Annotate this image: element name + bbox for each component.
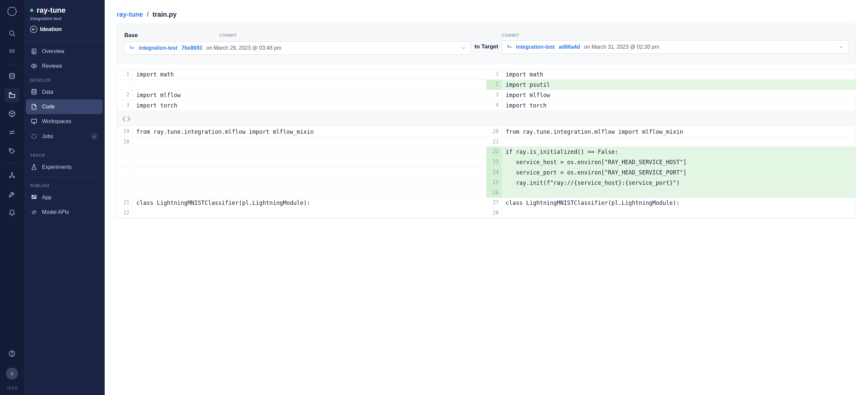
diff-row: 3import torch4import torch xyxy=(117,101,856,111)
status-dot-icon xyxy=(30,9,33,12)
breadcrumb: ray-tune / train.py xyxy=(105,0,868,24)
cluster-icon[interactable] xyxy=(5,168,19,183)
sidebar-item-label: Workspaces xyxy=(42,118,71,124)
database-icon[interactable] xyxy=(5,69,19,84)
sidebar-item-jobs[interactable]: Jobs + xyxy=(26,129,103,144)
code-right xyxy=(502,137,856,146)
diff-row: 26 xyxy=(117,188,856,198)
diff-row: 25 ray.init(f"ray://{service_host}:{serv… xyxy=(117,178,856,188)
sidebar-item-workspaces[interactable]: Workspaces xyxy=(26,114,103,129)
line-number-left: 3 xyxy=(117,101,133,110)
target-hash: ad66a4d xyxy=(559,44,580,50)
diff-row: 2import psutil xyxy=(117,80,856,90)
sidebar-item-app[interactable]: App xyxy=(26,190,103,205)
svg-rect-8 xyxy=(13,51,14,52)
sidebar-item-label: Model APIs xyxy=(42,209,69,215)
code-left xyxy=(133,208,486,218)
svg-point-21 xyxy=(32,134,36,138)
svg-point-28 xyxy=(507,45,508,46)
app-logo[interactable] xyxy=(5,5,19,18)
line-number-left xyxy=(117,167,133,177)
section-publish-label: PUBLISH xyxy=(26,179,103,190)
svg-rect-20 xyxy=(32,119,37,122)
breadcrumb-project-link[interactable]: ray-tune xyxy=(117,11,143,18)
user-avatar[interactable]: II xyxy=(6,368,18,380)
svg-point-1 xyxy=(10,31,14,35)
sidebar-item-data[interactable]: Data xyxy=(26,85,103,100)
target-commit-select[interactable]: integration-test ad66a4d on March 31, 20… xyxy=(502,40,848,54)
svg-point-15 xyxy=(12,355,12,355)
flask-icon xyxy=(31,164,37,170)
svg-rect-25 xyxy=(32,198,37,199)
sidebar-item-overview[interactable]: Overview xyxy=(26,44,103,59)
project-sidebar: ray-tune integration-test Ideation Overv… xyxy=(24,0,105,395)
line-number-left: 20 xyxy=(117,137,133,146)
line-number-right: 20 xyxy=(486,127,502,137)
cube-icon[interactable] xyxy=(5,106,19,121)
branch-icon xyxy=(507,45,512,50)
line-number-left xyxy=(117,80,133,90)
sidebar-item-experiments[interactable]: Experiments xyxy=(26,160,103,174)
code-right: import torch xyxy=(502,101,856,110)
line-number-right: 25 xyxy=(486,178,502,188)
svg-rect-5 xyxy=(13,50,14,51)
line-number-left: 1 xyxy=(117,69,133,79)
jobs-icon xyxy=(31,133,37,140)
line-number-right: 23 xyxy=(486,157,502,167)
svg-rect-24 xyxy=(34,197,37,198)
stage-badge-icon xyxy=(30,26,37,33)
help-icon[interactable] xyxy=(5,346,19,361)
line-number-left: 21 xyxy=(117,198,133,208)
svg-point-9 xyxy=(10,74,15,76)
breadcrumb-separator: / xyxy=(147,11,149,18)
transfer-icon xyxy=(31,209,37,216)
diff-collapsed-section[interactable] xyxy=(117,111,856,127)
sidebar-item-reviews[interactable]: Reviews xyxy=(26,59,103,74)
search-icon[interactable] xyxy=(5,26,19,41)
apps-grid-icon[interactable] xyxy=(5,45,19,59)
svg-point-29 xyxy=(510,46,511,47)
chevron-down-icon xyxy=(461,46,466,50)
diff-row: 2import mlflow3import mlflow xyxy=(117,90,856,101)
base-commit-select[interactable]: integration-test 76e8693 on March 29, 20… xyxy=(124,41,471,55)
bell-icon[interactable] xyxy=(5,205,19,220)
sidebar-item-label: Overview xyxy=(42,48,64,54)
tag-icon[interactable] xyxy=(5,144,19,159)
transfer-icon[interactable] xyxy=(5,125,19,140)
line-number-left: 22 xyxy=(117,208,133,218)
line-number-right: 26 xyxy=(486,188,502,198)
sidebar-item-label: Data xyxy=(42,89,53,95)
sidebar-item-model-apis[interactable]: Model APIs xyxy=(26,205,103,220)
line-number-right: 1 xyxy=(486,69,502,79)
diff-row: 2021 xyxy=(117,137,856,147)
svg-point-10 xyxy=(10,149,11,150)
sidebar-item-label: Jobs xyxy=(42,134,53,139)
commit-label: COMMIT xyxy=(219,33,237,38)
line-number-left xyxy=(117,178,133,188)
code-left: import torch xyxy=(133,101,486,110)
line-number-left xyxy=(117,147,133,157)
folder-open-icon[interactable] xyxy=(5,88,19,103)
line-number-right: 21 xyxy=(486,137,502,146)
compare-bar: Base COMMIT integration-test 76e8693 on … xyxy=(117,24,856,63)
svg-line-2 xyxy=(13,35,15,36)
nav-rail: II v5.6.0 xyxy=(0,0,24,395)
code-right: import mlflow xyxy=(502,90,856,100)
line-number-right: 27 xyxy=(486,198,502,208)
app-icon xyxy=(31,194,37,201)
code-right: import psutil xyxy=(502,80,856,90)
code-right: if ray.is_initialized() == False: xyxy=(502,147,856,157)
svg-point-0 xyxy=(8,7,16,16)
sidebar-item-code[interactable]: Code xyxy=(26,100,103,114)
project-stage[interactable]: Ideation xyxy=(30,26,99,33)
base-branch: integration-test xyxy=(139,45,177,51)
base-label: Base xyxy=(124,32,138,39)
sidebar-item-label: Code xyxy=(42,104,55,110)
branch-icon xyxy=(129,46,135,51)
svg-point-27 xyxy=(133,47,134,48)
add-job-button[interactable]: + xyxy=(91,133,98,140)
code-right: ray.init(f"ray://{service_host}:{service… xyxy=(502,178,856,188)
line-number-right: 2 xyxy=(486,80,502,90)
wrench-icon[interactable] xyxy=(5,187,19,201)
main-content: ray-tune / train.py Base COMMIT integrat… xyxy=(105,0,868,395)
